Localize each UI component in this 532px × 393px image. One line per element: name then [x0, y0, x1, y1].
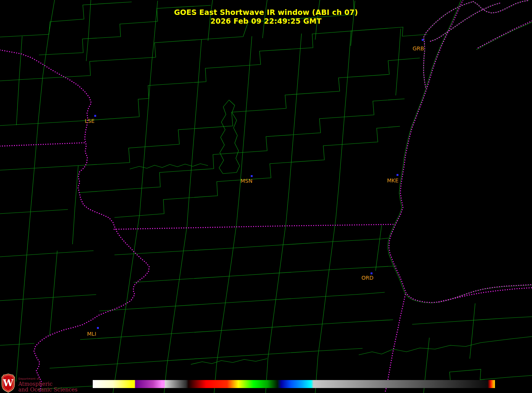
temperature-colorbar: [93, 380, 495, 388]
uw-monogram: W: [3, 377, 14, 388]
uw-aos-logo: W Department of Atmospheric and Oceanic …: [1, 374, 77, 393]
title-line-product: GOES East Shortwave IR window (ABI ch 07…: [0, 8, 532, 17]
county-boundary-line: [50, 251, 57, 336]
county-boundary-line: [50, 348, 363, 368]
satellite-image-viewer: GRBLSEMSNMKEORDMLI GOES East Shortwave I…: [0, 0, 532, 393]
station-dot-mli: [97, 327, 99, 329]
county-boundary-line: [476, 22, 532, 50]
station-dot-lse: [94, 115, 96, 117]
county-boundary-line: [266, 221, 286, 393]
state-border-dotted-line: [0, 50, 149, 393]
county-boundary-line: [315, 218, 336, 393]
uw-crest-icon: W: [1, 374, 15, 393]
map-canvas: GRBLSEMSNMKEORDMLI: [0, 0, 532, 393]
county-boundary-line: [286, 34, 301, 221]
county-boundary-line: [388, 0, 532, 303]
station-label-mli: MLI: [87, 331, 96, 337]
county-boundary-line: [73, 166, 78, 244]
county-boundary-line: [396, 29, 401, 95]
county-boundary-line: [137, 61, 152, 229]
station-label-ord: ORD: [361, 275, 374, 281]
logo-wordmark: Department of Atmospheric and Oceanic Sc…: [18, 374, 77, 392]
state-border-dotted-line: [385, 295, 405, 393]
county-boundary-line: [237, 36, 252, 223]
station-dot-ord: [371, 272, 372, 274]
county-boundary-line: [412, 317, 532, 324]
county-boundary-line: [191, 359, 267, 364]
station-label-grb: GRB: [413, 45, 424, 52]
county-boundary-line: [0, 209, 68, 214]
county-boundary-line: [80, 320, 393, 340]
station-dot-msn: [251, 175, 253, 177]
image-title: GOES East Shortwave IR window (ABI ch 07…: [0, 8, 532, 26]
county-boundary-line: [134, 266, 397, 282]
county-boundary-line: [164, 226, 187, 393]
state-border-dotted-line: [114, 224, 394, 229]
county-boundary-line: [114, 238, 389, 255]
logo-name-line2: and Oceanic Sciences: [18, 387, 77, 392]
county-boundary-line: [470, 303, 475, 359]
title-line-timestamp: 2026 Feb 09 22:49:25 GMT: [0, 17, 532, 26]
county-boundary-line: [99, 292, 385, 311]
county-boundary-line: [219, 100, 229, 174]
logo-name-line1: Atmospheric: [18, 381, 77, 387]
station-dot-grb: [422, 39, 424, 41]
county-boundary-line: [0, 58, 420, 170]
county-boundary-line: [359, 337, 532, 355]
county-boundary-line: [0, 251, 94, 257]
logo-dept-line: Department of: [18, 378, 77, 380]
county-boundary-line: [114, 126, 400, 217]
station-dot-mke: [397, 174, 398, 176]
county-boundary-line: [113, 229, 137, 393]
county-boundary-line: [130, 164, 208, 169]
state-border-dotted-line: [0, 143, 86, 146]
county-boundary-line: [16, 36, 22, 125]
county-boundary-line: [336, 31, 351, 218]
state-border-dotted-line: [439, 288, 532, 302]
county-boundary-line: [223, 100, 240, 174]
county-boundary-line: [16, 122, 38, 382]
county-boundary-line: [376, 225, 382, 271]
station-label-lse: LSE: [85, 118, 95, 124]
station-label-mke: MKE: [387, 177, 398, 184]
county-boundary-line: [0, 295, 96, 301]
county-boundary-line: [0, 343, 34, 345]
station-label-msn: MSN: [240, 178, 252, 184]
state-border-dotted-line: [389, 0, 532, 303]
